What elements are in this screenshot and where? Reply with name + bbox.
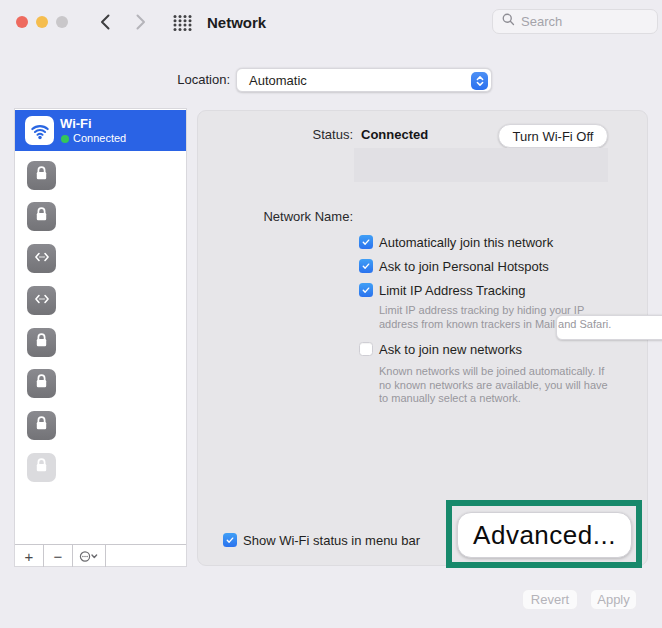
- sidebar-item-label: Wi-Fi: [60, 116, 92, 131]
- action-menu-button[interactable]: [73, 545, 106, 567]
- advanced-button[interactable]: Advanced...: [457, 512, 632, 558]
- network-preferences-window: Network Location: Automatic: [0, 0, 662, 628]
- checkmark-icon: [225, 531, 235, 549]
- sidebar-item-status: Connected: [73, 132, 126, 144]
- page-title: Network: [207, 14, 266, 31]
- search-icon: [501, 12, 516, 31]
- chevron-right-icon: [133, 13, 148, 35]
- forward-button[interactable]: [130, 13, 150, 35]
- lock-icon: [31, 204, 52, 229]
- connected-status-dot: [61, 135, 69, 143]
- ethernet-icon: [31, 288, 53, 314]
- sidebar-item-ethernet[interactable]: [27, 286, 56, 315]
- lock-icon: [31, 330, 52, 355]
- sidebar-footer-toolbar: + −: [15, 544, 186, 567]
- sidebar-item-vpn[interactable]: [27, 202, 56, 231]
- checkbox-label[interactable]: Ask to join Personal Hotspots: [379, 259, 549, 274]
- back-button[interactable]: [95, 13, 115, 35]
- ethernet-icon: [31, 246, 53, 272]
- location-label: Location:: [140, 72, 230, 87]
- sidebar-item-vpn[interactable]: [27, 411, 56, 440]
- sidebar-item-vpn-inactive[interactable]: [27, 453, 56, 482]
- revert-button[interactable]: Revert: [522, 589, 578, 610]
- checkmark-icon: [361, 281, 371, 299]
- checkbox-label[interactable]: Show Wi-Fi status in menu bar: [243, 533, 420, 548]
- sidebar-item-wifi[interactable]: Wi-Fi Connected: [15, 110, 186, 151]
- wifi-settings-panel: Status: Connected Turn Wi-Fi Off Network…: [197, 110, 648, 566]
- checkbox-label[interactable]: Automatically join this network: [379, 235, 553, 250]
- dropdown-stepper-icon: [471, 72, 488, 90]
- sidebar-item-vpn[interactable]: [27, 161, 56, 190]
- minimize-button[interactable]: [36, 16, 48, 28]
- checkbox-personal-hotspots[interactable]: [359, 259, 373, 273]
- search-input[interactable]: [521, 14, 641, 29]
- lock-icon: [31, 371, 52, 396]
- checkmark-icon: [361, 233, 371, 251]
- remove-connection-button[interactable]: −: [44, 545, 73, 567]
- checkbox-limit-ip-tracking[interactable]: [359, 283, 373, 297]
- lock-icon: [31, 163, 52, 188]
- network-name-label: Network Name:: [233, 209, 353, 224]
- location-dropdown[interactable]: Automatic: [236, 68, 492, 92]
- status-description-redacted: [354, 148, 608, 182]
- checkbox-ask-join-new[interactable]: [359, 342, 373, 356]
- wifi-icon: [25, 116, 54, 145]
- known-networks-description: Known networks will be joined automatica…: [379, 365, 613, 406]
- checkbox-auto-join[interactable]: [359, 235, 373, 249]
- lock-icon: [31, 455, 52, 480]
- close-button[interactable]: [16, 16, 28, 28]
- apply-button[interactable]: Apply: [590, 589, 637, 610]
- connection-list-sidebar: Wi-Fi Connected + −: [14, 108, 187, 567]
- checkmark-icon: [361, 257, 371, 275]
- sidebar-item-ethernet[interactable]: [27, 244, 56, 273]
- checkbox-label[interactable]: Ask to join new networks: [379, 342, 522, 357]
- limit-ip-description: Limit IP address tracking by hiding your…: [379, 304, 613, 331]
- search-field[interactable]: [492, 9, 658, 34]
- checkbox-show-wifi-menubar[interactable]: [223, 533, 237, 547]
- checkbox-label[interactable]: Limit IP Address Tracking: [379, 283, 525, 298]
- turn-wifi-off-button[interactable]: Turn Wi-Fi Off: [498, 124, 608, 148]
- show-all-grid-icon[interactable]: [172, 14, 193, 36]
- sidebar-item-vpn[interactable]: [27, 328, 56, 357]
- chevron-left-icon: [98, 13, 113, 35]
- status-label: Status:: [253, 127, 353, 142]
- zoom-button: [56, 16, 68, 28]
- add-connection-button[interactable]: +: [15, 545, 44, 567]
- status-value: Connected: [361, 127, 428, 142]
- sidebar-item-vpn[interactable]: [27, 369, 56, 398]
- lock-icon: [31, 413, 52, 438]
- location-value: Automatic: [249, 73, 307, 88]
